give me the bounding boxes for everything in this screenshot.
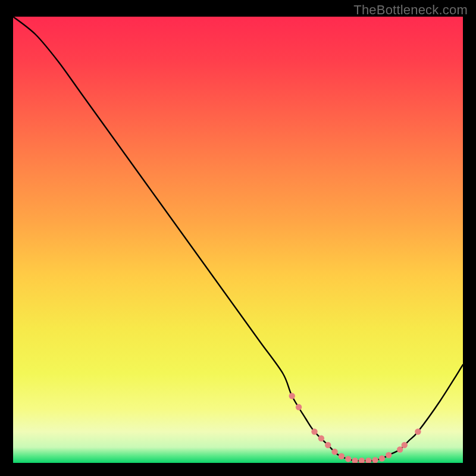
marker-dot (397, 446, 403, 452)
marker-dot (325, 442, 331, 448)
marker-dot (386, 452, 392, 458)
marker-dot (345, 456, 351, 462)
marker-dot (331, 449, 337, 455)
bottleneck-line-chart (13, 17, 463, 463)
plot-area (13, 17, 463, 463)
marker-dot (379, 455, 385, 461)
marker-dot (339, 453, 345, 459)
marker-dot (289, 393, 295, 399)
marker-dot (311, 428, 317, 434)
attribution-text: TheBottleneck.com (353, 2, 468, 18)
gradient-background (13, 17, 463, 463)
marker-dot (415, 428, 421, 434)
marker-dot (296, 404, 302, 410)
marker-dot (318, 436, 324, 441)
marker-dot (402, 442, 408, 448)
chart-container: TheBottleneck.com (0, 0, 476, 476)
